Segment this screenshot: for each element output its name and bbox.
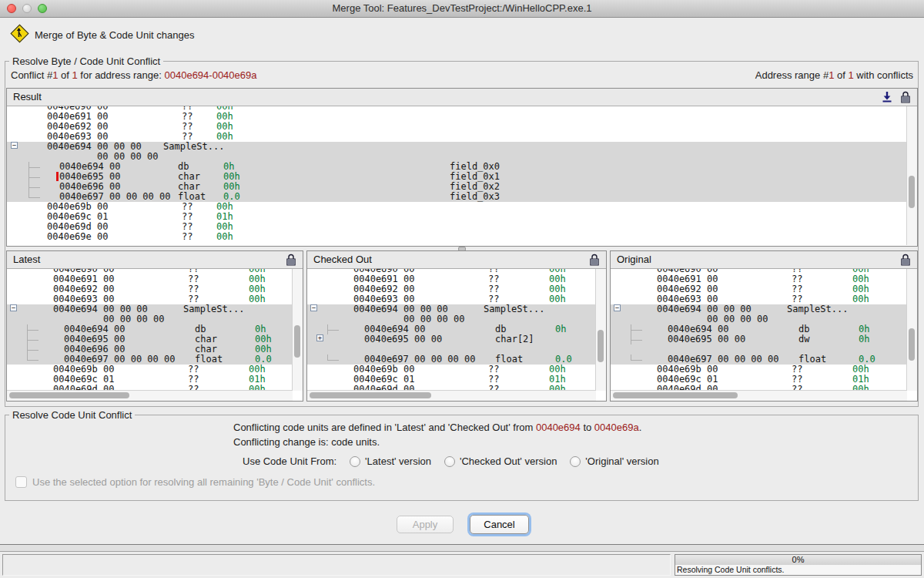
mnemonic: float: [195, 355, 223, 365]
tree-branch: [28, 192, 40, 198]
latest-horizontal-scrollbar[interactable]: [7, 390, 293, 401]
radio-latest-label: 'Latest' version: [365, 455, 431, 467]
collapse-icon[interactable]: −: [11, 142, 18, 149]
listing-row[interactable]: 0040e690 00??00h: [7, 106, 907, 112]
original-vertical-scrollbar[interactable]: [906, 269, 917, 391]
listing-row[interactable]: +0040e695 00 00char[2]: [307, 334, 596, 344]
operand: 00h: [216, 232, 233, 242]
text-segment: of: [834, 69, 848, 81]
listing-row[interactable]: 0040e693 00??00h: [7, 132, 907, 142]
radio-button-icon[interactable]: [444, 456, 455, 467]
scrollbar-thumb[interactable]: [613, 392, 738, 398]
text-segment: for address range:: [78, 69, 165, 81]
radio-button-icon[interactable]: [570, 456, 581, 467]
tree-branch: [631, 324, 642, 331]
listing-row[interactable]: 0040e695 00 00dw0h: [611, 334, 907, 344]
use-for-all-checkbox-label: Use the selected option for resolving al…: [32, 476, 375, 488]
text-segment: 0040e694-0040e69a: [164, 69, 256, 81]
lock-icon[interactable]: [286, 254, 296, 266]
conflict-count-line: Conflict #1 of 1 for address range: 0040…: [11, 69, 257, 81]
radio-button-icon[interactable]: [350, 456, 360, 467]
result-vertical-scrollbar[interactable]: [906, 106, 917, 245]
cancel-button[interactable]: Cancel: [470, 515, 529, 534]
text-segment: .: [639, 422, 642, 433]
checked-out-listing: 0040e690 00??00h0040e691 00??00h0040e692…: [307, 269, 596, 391]
radio-checked-out-version[interactable]: 'Checked Out' version: [444, 455, 557, 467]
listing-row[interactable]: 00 00 00 00: [7, 314, 293, 324]
original-listing: 0040e690 00??00h0040e691 00??00h0040e692…: [611, 269, 907, 391]
checkbox-icon[interactable]: [15, 476, 27, 488]
use-code-unit-from-label: Use Code Unit From:: [243, 455, 336, 467]
collapse-icon[interactable]: −: [310, 304, 317, 311]
lock-icon[interactable]: [589, 254, 600, 266]
scroll-to-cursor-icon[interactable]: [882, 91, 892, 103]
mnemonic: char[2]: [495, 334, 534, 344]
mnemonic: ??: [182, 232, 192, 242]
checked-out-horizontal-scrollbar[interactable]: [307, 390, 596, 401]
listing-row[interactable]: 0040e691 00??00h: [7, 112, 907, 122]
status-message-area: [2, 554, 671, 576]
mnemonic: SampleSt...: [183, 304, 244, 314]
mnemonic: SampleSt...: [163, 142, 224, 152]
radio-latest-version[interactable]: 'Latest' version: [350, 455, 431, 467]
listing-row[interactable]: 0040e69e 00??00h: [7, 232, 907, 242]
scrollbar-thumb[interactable]: [598, 330, 604, 362]
scrollbar-thumb[interactable]: [909, 176, 915, 208]
scrollbar-thumb[interactable]: [310, 392, 431, 398]
listing-row[interactable]: 0040e69d 00??00h: [7, 222, 907, 232]
progress-area: 0% Resolving Code Unit conflicts.: [675, 554, 922, 576]
listing-row[interactable]: 0040e693 00??00h: [7, 294, 293, 304]
listing-cursor: [56, 172, 59, 181]
expand-icon[interactable]: +: [316, 334, 323, 341]
listing-row[interactable]: 00 00 00 00: [307, 314, 596, 324]
scrollbar-thumb[interactable]: [909, 328, 915, 361]
listing-row[interactable]: 0040e694 00db0h: [307, 324, 596, 334]
byte-codeunit-conflict-group-title: Resolve Byte / Code Unit Conflict: [9, 55, 163, 67]
text-segment: with conflicts: [854, 69, 913, 81]
operand: 00h: [549, 294, 566, 304]
scrollbar-thumb[interactable]: [9, 392, 129, 398]
use-for-all-checkbox-row[interactable]: Use the selected option for resolving al…: [15, 476, 375, 488]
listing-row[interactable]: 0040e694 00db0h: [7, 324, 293, 334]
tree-branch: [27, 324, 38, 331]
tree-branch: [327, 355, 339, 361]
listing-row[interactable]: 0040e697 00 00 00 00float0.0field_0x3: [7, 192, 907, 202]
listing-row[interactable]: 0040e69b 00??00h: [7, 202, 907, 212]
listing-row[interactable]: 0040e695 00char00h: [7, 334, 293, 344]
resolve-code-unit-group-title: Resolve Code Unit Conflict: [9, 409, 135, 421]
status-strip: [0, 544, 924, 552]
radio-checked-out-label: 'Checked Out' version: [460, 455, 557, 467]
listing-row[interactable]: 0040e69c 01??01h: [7, 212, 907, 222]
progress-bar: 0%: [675, 554, 922, 566]
operand: 0h: [555, 324, 566, 334]
tree-branch: [27, 355, 38, 361]
tree-branch: [631, 334, 642, 341]
latest-panel-header: Latest: [7, 251, 303, 269]
operand: 0h: [859, 334, 869, 344]
original-panel: Original 0040e690 00??00h0040e691 00??00…: [610, 250, 918, 402]
field-name: field_0x3: [450, 192, 500, 202]
text-segment: 0040e694: [536, 422, 581, 433]
listing-row[interactable]: 0040e692 00??00h: [7, 122, 907, 132]
collapse-icon[interactable]: −: [10, 304, 17, 311]
listing-row[interactable]: 0040e693 00??00h: [307, 294, 596, 304]
original-horizontal-scrollbar[interactable]: [611, 390, 907, 401]
radio-original-label: 'Original' version: [585, 455, 658, 467]
lock-icon[interactable]: [900, 254, 911, 266]
tree-branch: [27, 344, 38, 351]
operand: 00h: [249, 294, 266, 304]
collapse-icon[interactable]: −: [614, 304, 621, 311]
radio-original-version[interactable]: 'Original' version: [570, 455, 658, 467]
checked-out-panel-title: Checked Out: [313, 254, 372, 265]
apply-button[interactable]: Apply: [397, 516, 454, 533]
lock-icon[interactable]: [900, 91, 911, 103]
text-segment: Conflict #: [11, 69, 52, 81]
latest-vertical-scrollbar[interactable]: [292, 269, 303, 391]
latest-listing: 0040e690 00??00h0040e691 00??00h0040e692…: [7, 269, 293, 391]
checked-out-vertical-scrollbar[interactable]: [595, 269, 606, 391]
checked-out-panel: Checked Out 0040e690 00??00h0040e691 00?…: [306, 250, 607, 402]
mnemonic: SampleSt...: [787, 304, 848, 314]
listing-row[interactable]: 0040e693 00??00h: [611, 294, 907, 304]
result-panel-header: Result: [7, 89, 917, 106]
scrollbar-thumb[interactable]: [294, 325, 300, 358]
